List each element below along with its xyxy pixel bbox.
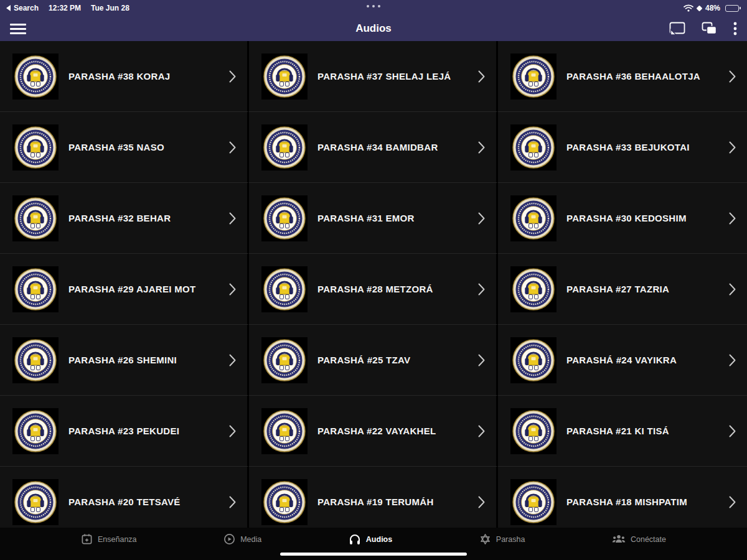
audio-item-title: PARASHA #34 BAMIDBAR <box>317 142 473 152</box>
parasha-podcast-logo-icon <box>510 408 557 454</box>
chat-bubbles-icon[interactable] <box>702 22 717 35</box>
audio-list-item[interactable]: PARASHA #21 KI TISÁ <box>498 396 747 467</box>
audio-list-item[interactable]: PARASHA #37 SHELAJ LEJÁ <box>249 41 498 112</box>
audio-list-item[interactable]: PARASHÁ #25 TZAV <box>249 325 498 396</box>
parasha-podcast-logo-icon <box>12 124 59 170</box>
audio-list-item[interactable]: PARASHÁ #24 VAYIKRA <box>498 325 747 396</box>
audio-item-title: PARASHA #27 TAZRIA <box>566 284 724 294</box>
audio-list-item[interactable]: PARASHA #33 BEJUKOTAI <box>498 112 747 183</box>
audio-item-title: PARASHA #36 BEHAALOTJA <box>566 71 724 82</box>
chevron-right-icon <box>729 425 736 437</box>
parasha-podcast-logo-icon <box>510 124 557 170</box>
parasha-podcast-logo-icon <box>12 195 59 241</box>
chevron-right-icon <box>478 212 485 225</box>
page-title: Audios <box>355 22 392 35</box>
chevron-right-icon <box>478 70 485 83</box>
parasha-podcast-logo-icon <box>510 266 557 312</box>
chevron-right-icon <box>229 141 236 154</box>
parasha-podcast-logo-icon <box>261 195 308 241</box>
parasha-podcast-logo-icon <box>510 337 557 383</box>
star-of-david-icon <box>479 533 491 545</box>
audio-list-item[interactable]: PARASHA #23 PEKUDEI <box>0 396 249 467</box>
audio-list-item[interactable]: PARASHA #30 KEDOSHIM <box>498 183 747 254</box>
chevron-right-icon <box>729 141 736 154</box>
tab-conectate[interactable]: Conéctate <box>612 533 666 545</box>
chevron-right-icon <box>229 283 236 296</box>
chevron-right-icon <box>478 283 485 296</box>
audio-list-item[interactable]: PARASHA #19 TERUMÁH <box>249 467 498 528</box>
parasha-podcast-logo-icon <box>510 54 557 100</box>
audio-item-title: PARASHA #31 EMOR <box>317 213 473 223</box>
audio-item-title: PARASHA #35 NASO <box>68 142 224 152</box>
parasha-podcast-logo-icon <box>12 266 59 312</box>
tab-audios[interactable]: Audios <box>349 533 392 546</box>
audio-item-title: PARASHÁ #25 TZAV <box>317 355 473 365</box>
chevron-right-icon <box>478 425 485 437</box>
parasha-podcast-logo-icon <box>12 337 59 383</box>
audio-list-item[interactable]: PARASHA #27 TAZRIA <box>498 254 747 325</box>
audio-list-item[interactable]: PARASHA #18 MISHPATIM <box>498 467 747 528</box>
chevron-right-icon <box>229 212 236 225</box>
parasha-podcast-logo-icon <box>510 479 557 525</box>
battery-icon <box>725 5 741 12</box>
audio-item-title: PARASHÁ #24 VAYIKRA <box>566 355 724 365</box>
audio-item-title: PARASHA #22 VAYAKHEL <box>317 426 473 436</box>
parasha-podcast-logo-icon <box>12 479 59 525</box>
audio-item-title: PARASHA #30 KEDOSHIM <box>566 213 724 223</box>
audio-item-title: PARASHA #18 MISHPATIM <box>566 497 724 507</box>
chevron-right-icon <box>229 70 236 83</box>
audio-list-item[interactable]: PARASHA #38 KORAJ <box>0 41 249 112</box>
chevron-right-icon <box>229 496 236 508</box>
tab-label: Parasha <box>496 535 525 544</box>
audio-item-title: PARASHA #20 TETSAVÉ <box>68 497 224 507</box>
nav-bar: Audios <box>0 16 747 41</box>
people-group-icon <box>612 533 626 545</box>
chevron-right-icon <box>229 425 236 437</box>
status-bar: Search 12:32 PM Tue Jun 28 48% <box>0 0 747 16</box>
chevron-right-icon <box>729 354 736 366</box>
tab-label: Audios <box>366 535 392 544</box>
chevron-right-icon <box>478 496 485 508</box>
parasha-podcast-logo-icon <box>261 124 308 170</box>
multitasking-dots-icon[interactable] <box>367 5 380 7</box>
audio-item-title: PARASHA #21 KI TISÁ <box>566 426 724 436</box>
audio-item-title: PARASHA #33 BEJUKOTAI <box>566 142 724 152</box>
audio-list-item[interactable]: PARASHA #29 AJAREI MOT <box>0 254 249 325</box>
tab-ensenanza[interactable]: Enseñanza <box>81 533 137 545</box>
audio-list-item[interactable]: PARASHA #36 BEHAALOTJA <box>498 41 747 112</box>
audio-list-item[interactable]: PARASHA #22 VAYAKHEL <box>249 396 498 467</box>
chevron-right-icon <box>729 283 736 296</box>
hamburger-menu-icon[interactable] <box>10 24 26 34</box>
audio-grid: PARASHA #38 KORAJ PARASHA #37 SHELAJ LEJ… <box>0 41 747 528</box>
audio-list-item[interactable]: PARASHA #26 SHEMINI <box>0 325 249 396</box>
parasha-podcast-logo-icon <box>12 54 59 100</box>
kebab-menu-icon[interactable] <box>733 22 737 35</box>
tab-label: Conéctate <box>631 535 666 544</box>
audio-item-title: PARASHA #23 PEKUDEI <box>68 426 224 436</box>
tab-media[interactable]: Media <box>223 533 261 545</box>
chevron-right-icon <box>478 354 485 366</box>
audio-list-item[interactable]: PARASHA #28 METZORÁ <box>249 254 498 325</box>
parasha-podcast-logo-icon <box>12 408 59 454</box>
parasha-podcast-logo-icon <box>261 408 308 454</box>
diamond-status-icon <box>697 5 703 11</box>
home-indicator[interactable] <box>280 553 467 556</box>
screen-mirroring-icon[interactable] <box>669 22 685 35</box>
parasha-podcast-logo-icon <box>261 54 308 100</box>
chevron-right-icon <box>229 354 236 366</box>
tab-parasha[interactable]: Parasha <box>479 533 525 545</box>
audio-list-item[interactable]: PARASHA #34 BAMIDBAR <box>249 112 498 183</box>
parasha-podcast-logo-icon <box>261 266 308 312</box>
parasha-podcast-logo-icon <box>510 195 557 241</box>
back-to-search[interactable]: Search <box>6 4 39 12</box>
chevron-right-icon <box>729 496 736 508</box>
audio-list-item[interactable]: PARASHA #31 EMOR <box>249 183 498 254</box>
audio-item-title: PARASHA #19 TERUMÁH <box>317 497 473 507</box>
audio-list-item[interactable]: PARASHA #35 NASO <box>0 112 249 183</box>
parasha-podcast-logo-icon <box>261 479 308 525</box>
audio-list-item[interactable]: PARASHA #32 BEHAR <box>0 183 249 254</box>
calendar-icon <box>81 533 93 545</box>
audio-list-item[interactable]: PARASHA #20 TETSAVÉ <box>0 467 249 528</box>
chevron-right-icon <box>729 212 736 225</box>
tab-label: Enseñanza <box>98 535 137 544</box>
